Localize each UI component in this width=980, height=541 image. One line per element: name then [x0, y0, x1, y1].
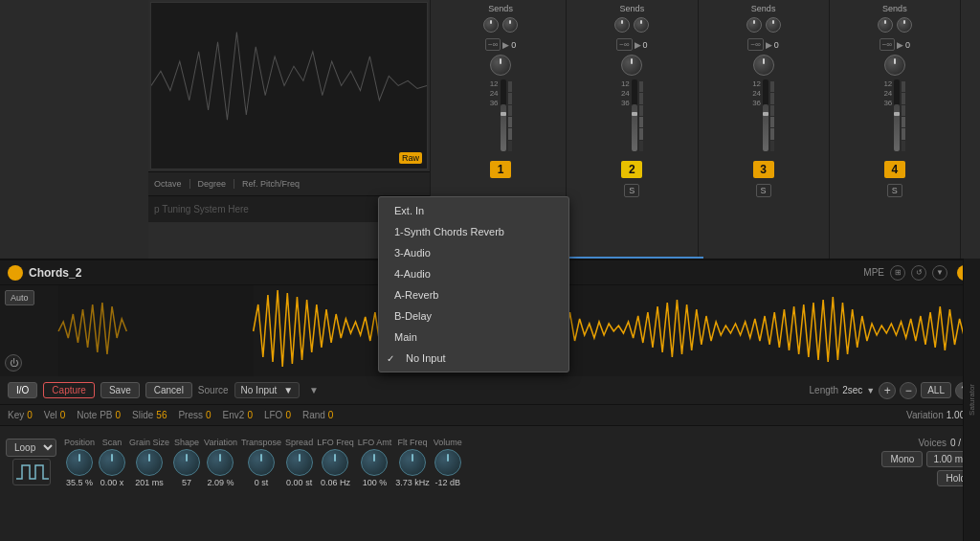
ctrl-lfo-amt: LFO Amt 100 % [358, 438, 392, 487]
channel-3: Sends −∞ ▶ 0 12 24 36 [699, 0, 830, 259]
param-key: Key 0 [8, 410, 33, 420]
synth-controls: Loop Position 35.5 % Scan 0.00 x Grain S… [0, 426, 980, 498]
loop-select[interactable]: Loop [6, 439, 56, 457]
menu-item-b-delay[interactable]: B-Delay [379, 305, 568, 327]
channel-num-3: 3 [753, 161, 774, 178]
remove-button[interactable]: − [900, 382, 917, 399]
menu-item-no-input[interactable]: No Input [379, 348, 568, 369]
knob-spread[interactable] [286, 449, 313, 476]
knob-flt-freq[interactable] [399, 449, 426, 476]
params-row: Key 0 Vel 0 Note PB 0 Slide 56 Press 0 E… [0, 405, 980, 426]
channel-num-1: 1 [490, 161, 511, 178]
sends-label-4: Sends [882, 4, 907, 13]
volume-knob-3[interactable] [753, 55, 774, 76]
param-rand: Rand 0 [302, 410, 333, 420]
source-value-text: No Input [241, 385, 278, 395]
length-label: Length [810, 385, 839, 395]
channel-num-4: 4 [884, 161, 905, 178]
saturator-label: Saturator [968, 384, 976, 416]
toolbar-right: Length 2sec ▼ + − ALL ? [810, 382, 972, 399]
param-slide: Slide 56 [132, 410, 167, 420]
s-btn-3[interactable]: S [756, 184, 771, 197]
ctrl-grain-size: Grain Size 201 ms [129, 438, 169, 487]
chords-title: Chords_2 [29, 266, 81, 280]
menu-item-a-reverb[interactable]: A-Reverb [379, 284, 568, 305]
mpe-label: MPE [863, 267, 884, 278]
source-dropdown-icon: ▼ [283, 385, 293, 395]
auto-button[interactable]: Auto [5, 290, 34, 305]
knob-grain-size[interactable] [136, 449, 163, 476]
chords-menu-btn[interactable]: ▼ [932, 265, 947, 281]
ctrl-flt-freq: Flt Freq 3.73 kHz [395, 438, 430, 487]
s-btn-4[interactable]: S [887, 184, 902, 197]
send-knob-a-3[interactable] [746, 17, 762, 33]
length-dropdown-icon[interactable]: ▼ [866, 386, 875, 395]
source-label: Source [198, 385, 229, 395]
svg-rect-2 [58, 285, 254, 376]
power-icon[interactable]: ⏻ [5, 354, 22, 372]
send-knob-b-4[interactable] [897, 17, 912, 33]
mono-button[interactable]: Mono [881, 451, 923, 467]
save-button[interactable]: Save [100, 382, 140, 398]
s-btn-2[interactable]: S [624, 184, 639, 197]
send-knob-a-1[interactable] [483, 17, 499, 33]
chords-config-btn[interactable]: ↺ [911, 265, 926, 281]
menu-item-synth-chords[interactable]: 1-Synth Chords Reverb [379, 221, 568, 242]
volume-knob-2[interactable] [621, 55, 642, 76]
param-env2: Env2 0 [223, 410, 253, 420]
volume-knob-4[interactable] [884, 55, 905, 76]
menu-item-ext-in[interactable]: Ext. In [379, 200, 568, 221]
send-knob-b-1[interactable] [502, 17, 518, 33]
minus-inf-1[interactable]: −∞ [485, 38, 501, 51]
knob-scan[interactable] [99, 449, 125, 476]
ctrl-volume: Volume -12 dB [434, 438, 462, 487]
send-knob-b-3[interactable] [766, 17, 781, 33]
menu-item-3-audio[interactable]: 3-Audio [379, 242, 568, 263]
ctrl-shape: Shape 57 [173, 438, 200, 487]
knob-shape[interactable] [173, 449, 200, 476]
channel-num-2: 2 [621, 161, 642, 178]
knob-position[interactable] [66, 449, 93, 476]
param-lfo: LFO 0 [264, 410, 291, 420]
ctrl-lfo-freq: LFO Freq 0.06 Hz [317, 438, 354, 487]
io-toolbar: I/O Capture Save Cancel Source No Input … [0, 376, 980, 405]
minus-inf-2[interactable]: −∞ [616, 38, 632, 51]
menu-item-main[interactable]: Main [379, 327, 568, 348]
knob-variation[interactable] [207, 449, 234, 476]
octave-label: Octave [154, 179, 190, 189]
raw-button[interactable]: Raw [399, 152, 422, 164]
knob-lfo-freq[interactable] [322, 449, 348, 476]
add-button[interactable]: + [879, 382, 896, 399]
minus-inf-4[interactable]: −∞ [880, 38, 895, 51]
send-knob-a-2[interactable] [614, 17, 630, 33]
mpe-settings-btn[interactable]: ⊞ [890, 265, 905, 281]
right-side-panel: Saturator [963, 259, 980, 541]
chords-power[interactable] [8, 265, 23, 281]
param-note-pb: Note PB 0 [77, 410, 121, 420]
volume-knob-1[interactable] [490, 55, 511, 76]
second-dropdown-icon[interactable]: ▼ [309, 385, 319, 395]
length-value[interactable]: 2sec [842, 385, 862, 395]
knob-volume[interactable] [434, 449, 461, 476]
send-knob-b-2[interactable] [634, 17, 649, 33]
knob-lfo-amt[interactable] [361, 449, 388, 476]
ref-pitch-label: Ref. Pitch/Freq [242, 179, 300, 189]
degree-label: Degree [198, 179, 235, 189]
knob-transpose[interactable] [248, 449, 275, 476]
send-knob-a-4[interactable] [878, 17, 893, 33]
sends-label-2: Sends [620, 4, 645, 13]
tuning-placeholder[interactable]: p Tuning System Here [154, 204, 249, 214]
io-button[interactable]: I/O [8, 382, 37, 398]
ctrl-transpose: Transpose 0 st [241, 438, 281, 487]
ctrl-variation: Variation 2.09 % [204, 438, 237, 487]
capture-button[interactable]: Capture [43, 382, 95, 398]
ctrl-scan: Scan 0.00 x [99, 438, 125, 487]
minus-inf-3[interactable]: −∞ [747, 38, 763, 51]
all-button[interactable]: ALL [921, 382, 951, 398]
channel-2: Sends −∞ ▶ 0 12 24 36 [567, 0, 698, 259]
menu-item-4-audio[interactable]: 4-Audio [379, 263, 568, 284]
param-press: Press 0 [178, 410, 211, 420]
sends-label-3: Sends [751, 4, 776, 13]
source-dropdown[interactable]: No Input ▼ [234, 382, 301, 398]
cancel-button[interactable]: Cancel [145, 382, 192, 398]
